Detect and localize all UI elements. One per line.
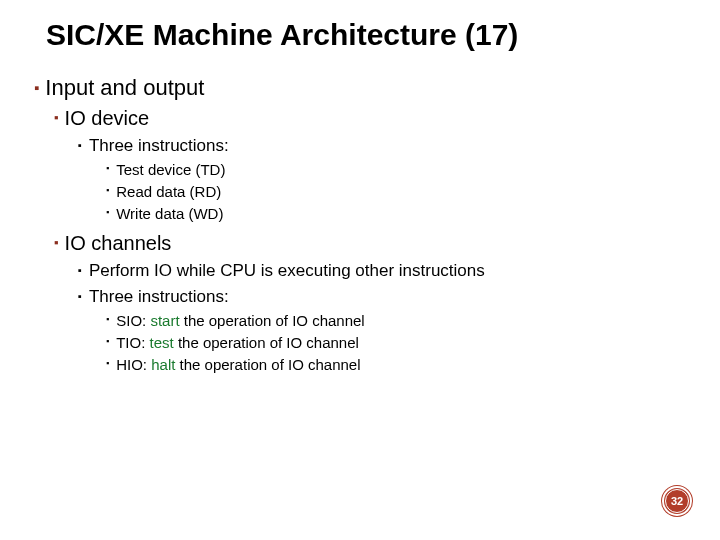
bullet-l3: ▪Perform IO while CPU is executing other… (78, 261, 720, 281)
keyword: halt (151, 356, 175, 373)
bullet-text-post: the operation of IO channel (174, 334, 359, 351)
square-bullet-icon: ▪ (54, 233, 59, 253)
square-bullet-icon: ▪ (106, 312, 109, 327)
square-bullet-icon: ▪ (106, 334, 109, 349)
bullet-text: Perform IO while CPU is executing other … (89, 261, 485, 280)
bullet-text: Three instructions: (89, 287, 229, 306)
keyword: start (150, 312, 179, 329)
square-bullet-icon: ▪ (78, 288, 82, 305)
bullet-l2: ▪IO device (54, 107, 720, 130)
bullet-l4: ▪SIO: start the operation of IO channel (106, 312, 720, 329)
bullet-text: Read data (RD) (116, 183, 221, 200)
bullet-l3: ▪Three instructions: (78, 287, 720, 307)
bullet-text: IO device (65, 107, 149, 129)
bullet-text-post: the operation of IO channel (175, 356, 360, 373)
bullet-l1: ▪Input and output (34, 75, 720, 101)
slide-content: ▪Input and output ▪IO device ▪Three inst… (0, 75, 720, 373)
bullet-l4: ▪Read data (RD) (106, 183, 720, 200)
bullet-text-pre: SIO: (116, 312, 150, 329)
square-bullet-icon: ▪ (78, 262, 82, 279)
bullet-l4: ▪TIO: test the operation of IO channel (106, 334, 720, 351)
square-bullet-icon: ▪ (106, 183, 109, 198)
bullet-text: Three instructions: (89, 136, 229, 155)
bullet-text: Write data (WD) (116, 205, 223, 222)
page-number: 32 (665, 489, 689, 513)
bullet-text: Input and output (45, 75, 204, 100)
square-bullet-icon: ▪ (78, 137, 82, 154)
page-number-badge: 32 (662, 486, 692, 516)
bullet-text: Test device (TD) (116, 161, 225, 178)
bullet-l3: ▪Three instructions: (78, 136, 720, 156)
square-bullet-icon: ▪ (34, 77, 39, 99)
bullet-text-post: the operation of IO channel (180, 312, 365, 329)
bullet-l4: ▪HIO: halt the operation of IO channel (106, 356, 720, 373)
square-bullet-icon: ▪ (106, 161, 109, 176)
bullet-text: IO channels (65, 232, 172, 254)
square-bullet-icon: ▪ (106, 205, 109, 220)
bullet-l2: ▪IO channels (54, 232, 720, 255)
keyword: test (150, 334, 174, 351)
square-bullet-icon: ▪ (106, 356, 109, 371)
bullet-l4: ▪Test device (TD) (106, 161, 720, 178)
square-bullet-icon: ▪ (54, 108, 59, 128)
slide-title: SIC/XE Machine Architecture (17) (0, 0, 720, 65)
bullet-text-pre: HIO: (116, 356, 151, 373)
bullet-text-pre: TIO: (116, 334, 149, 351)
bullet-l4: ▪Write data (WD) (106, 205, 720, 222)
